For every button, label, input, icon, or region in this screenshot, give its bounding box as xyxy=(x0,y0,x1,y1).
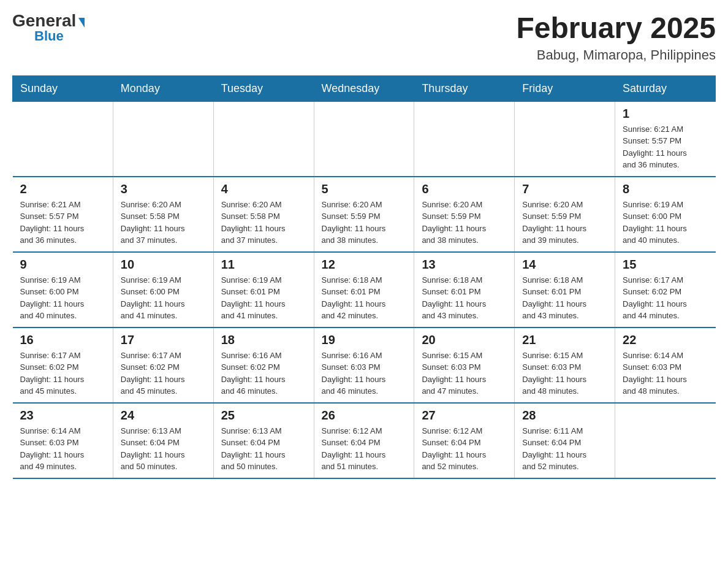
day-header-thursday: Thursday xyxy=(414,75,515,101)
calendar-cell: 14Sunrise: 6:18 AM Sunset: 6:01 PM Dayli… xyxy=(515,252,615,327)
day-info: Sunrise: 6:17 AM Sunset: 6:02 PM Dayligh… xyxy=(20,350,105,397)
day-info: Sunrise: 6:12 AM Sunset: 6:04 PM Dayligh… xyxy=(322,425,407,473)
calendar-cell: 21Sunrise: 6:15 AM Sunset: 6:03 PM Dayli… xyxy=(515,327,615,403)
calendar-cell xyxy=(113,101,213,177)
day-number: 2 xyxy=(20,182,105,196)
day-info: Sunrise: 6:18 AM Sunset: 6:01 PM Dayligh… xyxy=(422,274,507,322)
day-info: Sunrise: 6:21 AM Sunset: 5:57 PM Dayligh… xyxy=(623,123,708,171)
day-number: 15 xyxy=(623,258,708,272)
day-number: 7 xyxy=(522,182,607,196)
day-header-saturday: Saturday xyxy=(615,75,716,101)
calendar-cell: 1Sunrise: 6:21 AM Sunset: 5:57 PM Daylig… xyxy=(615,101,716,177)
day-info: Sunrise: 6:15 AM Sunset: 6:03 PM Dayligh… xyxy=(422,350,507,397)
day-info: Sunrise: 6:16 AM Sunset: 6:03 PM Dayligh… xyxy=(322,350,407,397)
day-info: Sunrise: 6:17 AM Sunset: 6:02 PM Dayligh… xyxy=(623,274,708,322)
day-info: Sunrise: 6:19 AM Sunset: 6:00 PM Dayligh… xyxy=(623,199,708,247)
calendar-cell: 7Sunrise: 6:20 AM Sunset: 5:59 PM Daylig… xyxy=(515,177,615,252)
calendar-cell xyxy=(213,101,314,177)
calendar-cell xyxy=(515,101,615,177)
day-number: 27 xyxy=(422,408,507,423)
day-number: 25 xyxy=(221,408,306,423)
day-number: 26 xyxy=(322,408,407,423)
calendar-cell: 26Sunrise: 6:12 AM Sunset: 6:04 PM Dayli… xyxy=(314,403,414,478)
calendar-body: 1Sunrise: 6:21 AM Sunset: 5:57 PM Daylig… xyxy=(13,101,716,478)
day-header-friday: Friday xyxy=(515,75,615,101)
day-number: 20 xyxy=(422,333,507,347)
logo: General Blue xyxy=(12,12,85,43)
day-number: 28 xyxy=(522,408,607,423)
calendar-cell xyxy=(13,101,113,177)
day-number: 18 xyxy=(221,333,306,347)
day-info: Sunrise: 6:20 AM Sunset: 5:58 PM Dayligh… xyxy=(121,199,206,247)
calendar-cell: 11Sunrise: 6:19 AM Sunset: 6:01 PM Dayli… xyxy=(213,252,314,327)
calendar-cell: 13Sunrise: 6:18 AM Sunset: 6:01 PM Dayli… xyxy=(414,252,515,327)
calendar-cell: 27Sunrise: 6:12 AM Sunset: 6:04 PM Dayli… xyxy=(414,403,515,478)
day-number: 12 xyxy=(322,258,407,272)
week-row-4: 16Sunrise: 6:17 AM Sunset: 6:02 PM Dayli… xyxy=(13,327,716,403)
day-info: Sunrise: 6:20 AM Sunset: 5:58 PM Dayligh… xyxy=(221,199,306,247)
day-header-tuesday: Tuesday xyxy=(213,75,314,101)
calendar-cell: 24Sunrise: 6:13 AM Sunset: 6:04 PM Dayli… xyxy=(113,403,213,478)
day-info: Sunrise: 6:19 AM Sunset: 6:01 PM Dayligh… xyxy=(221,274,306,322)
calendar-cell: 28Sunrise: 6:11 AM Sunset: 6:04 PM Dayli… xyxy=(515,403,615,478)
day-number: 19 xyxy=(322,333,407,347)
calendar-cell xyxy=(414,101,515,177)
calendar-cell: 5Sunrise: 6:20 AM Sunset: 5:59 PM Daylig… xyxy=(314,177,414,252)
day-info: Sunrise: 6:18 AM Sunset: 6:01 PM Dayligh… xyxy=(322,274,407,322)
calendar-cell: 2Sunrise: 6:21 AM Sunset: 5:57 PM Daylig… xyxy=(13,177,113,252)
day-number: 17 xyxy=(121,333,206,347)
day-info: Sunrise: 6:13 AM Sunset: 6:04 PM Dayligh… xyxy=(121,425,206,473)
day-number: 11 xyxy=(221,258,306,272)
calendar-cell: 16Sunrise: 6:17 AM Sunset: 6:02 PM Dayli… xyxy=(13,327,113,403)
calendar-cell: 23Sunrise: 6:14 AM Sunset: 6:03 PM Dayli… xyxy=(13,403,113,478)
calendar-cell: 22Sunrise: 6:14 AM Sunset: 6:03 PM Dayli… xyxy=(615,327,716,403)
day-info: Sunrise: 6:19 AM Sunset: 6:00 PM Dayligh… xyxy=(121,274,206,322)
calendar-cell: 4Sunrise: 6:20 AM Sunset: 5:58 PM Daylig… xyxy=(213,177,314,252)
day-info: Sunrise: 6:17 AM Sunset: 6:02 PM Dayligh… xyxy=(121,350,206,397)
day-number: 5 xyxy=(322,182,407,196)
days-of-week-row: SundayMondayTuesdayWednesdayThursdayFrid… xyxy=(13,75,716,101)
day-info: Sunrise: 6:14 AM Sunset: 6:03 PM Dayligh… xyxy=(20,425,105,473)
page-header: General Blue February 2025 Babug, Mimaro… xyxy=(12,12,716,63)
week-row-3: 9Sunrise: 6:19 AM Sunset: 6:00 PM Daylig… xyxy=(13,252,716,327)
title-area: February 2025 Babug, Mimaropa, Philippin… xyxy=(516,12,716,63)
logo-blue: Blue xyxy=(34,29,64,43)
day-info: Sunrise: 6:11 AM Sunset: 6:04 PM Dayligh… xyxy=(522,425,607,473)
week-row-5: 23Sunrise: 6:14 AM Sunset: 6:03 PM Dayli… xyxy=(13,403,716,478)
calendar-cell: 6Sunrise: 6:20 AM Sunset: 5:59 PM Daylig… xyxy=(414,177,515,252)
day-number: 10 xyxy=(121,258,206,272)
calendar-cell: 9Sunrise: 6:19 AM Sunset: 6:00 PM Daylig… xyxy=(13,252,113,327)
day-number: 3 xyxy=(121,182,206,196)
calendar-cell: 17Sunrise: 6:17 AM Sunset: 6:02 PM Dayli… xyxy=(113,327,213,403)
calendar-subtitle: Babug, Mimaropa, Philippines xyxy=(516,47,716,63)
day-info: Sunrise: 6:20 AM Sunset: 5:59 PM Dayligh… xyxy=(522,199,607,247)
day-info: Sunrise: 6:12 AM Sunset: 6:04 PM Dayligh… xyxy=(422,425,507,473)
calendar-cell: 3Sunrise: 6:20 AM Sunset: 5:58 PM Daylig… xyxy=(113,177,213,252)
day-header-monday: Monday xyxy=(113,75,213,101)
day-number: 16 xyxy=(20,333,105,347)
day-number: 21 xyxy=(522,333,607,347)
calendar-cell: 25Sunrise: 6:13 AM Sunset: 6:04 PM Dayli… xyxy=(213,403,314,478)
day-number: 24 xyxy=(121,408,206,423)
day-header-sunday: Sunday xyxy=(13,75,113,101)
logo-triangle-icon xyxy=(78,18,85,28)
day-info: Sunrise: 6:21 AM Sunset: 5:57 PM Dayligh… xyxy=(20,199,105,247)
calendar-cell xyxy=(615,403,716,478)
day-number: 14 xyxy=(522,258,607,272)
day-number: 9 xyxy=(20,258,105,272)
day-number: 1 xyxy=(623,107,708,121)
day-header-wednesday: Wednesday xyxy=(314,75,414,101)
day-info: Sunrise: 6:19 AM Sunset: 6:00 PM Dayligh… xyxy=(20,274,105,322)
day-number: 8 xyxy=(623,182,708,196)
calendar-cell: 18Sunrise: 6:16 AM Sunset: 6:02 PM Dayli… xyxy=(213,327,314,403)
day-info: Sunrise: 6:16 AM Sunset: 6:02 PM Dayligh… xyxy=(221,350,306,397)
day-number: 6 xyxy=(422,182,507,196)
day-info: Sunrise: 6:14 AM Sunset: 6:03 PM Dayligh… xyxy=(623,350,708,397)
calendar-cell: 20Sunrise: 6:15 AM Sunset: 6:03 PM Dayli… xyxy=(414,327,515,403)
calendar-cell: 12Sunrise: 6:18 AM Sunset: 6:01 PM Dayli… xyxy=(314,252,414,327)
calendar-table: SundayMondayTuesdayWednesdayThursdayFrid… xyxy=(12,75,716,479)
day-info: Sunrise: 6:20 AM Sunset: 5:59 PM Dayligh… xyxy=(422,199,507,247)
calendar-cell: 10Sunrise: 6:19 AM Sunset: 6:00 PM Dayli… xyxy=(113,252,213,327)
day-info: Sunrise: 6:20 AM Sunset: 5:59 PM Dayligh… xyxy=(322,199,407,247)
day-info: Sunrise: 6:18 AM Sunset: 6:01 PM Dayligh… xyxy=(522,274,607,322)
